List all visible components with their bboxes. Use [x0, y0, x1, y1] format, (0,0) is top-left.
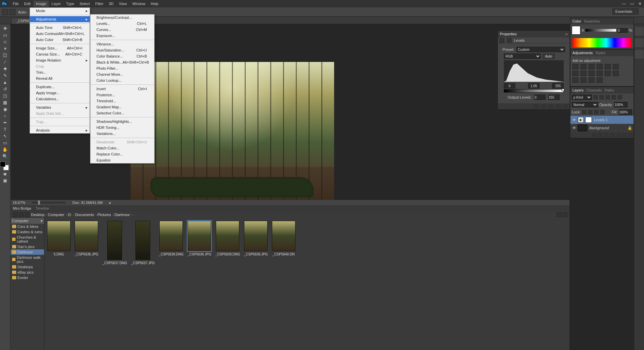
filter-icon[interactable]	[599, 95, 604, 100]
crumb[interactable]: Pictures	[97, 213, 114, 217]
adj-icon[interactable]	[589, 77, 595, 83]
zoom-slider[interactable]	[32, 202, 66, 204]
adj-icon[interactable]	[580, 64, 587, 69]
layer-row[interactable]: 👁Background🔒	[570, 124, 634, 132]
adj-icon[interactable]	[605, 64, 611, 69]
menu-reveal-all[interactable]: Reveal All	[30, 75, 90, 81]
layer-row[interactable]: 👁◐Levels 1	[570, 116, 634, 124]
crumb[interactable]: Documents	[75, 213, 97, 217]
adj-icon[interactable]	[605, 71, 611, 76]
adj-invert[interactable]: InvertCtrl+I	[90, 86, 154, 92]
filter-icon[interactable]	[611, 95, 616, 100]
menu-image[interactable]: Image	[33, 1, 49, 7]
folder-item[interactable]: Desktops	[11, 264, 44, 270]
channel-select[interactable]: RGB	[504, 54, 541, 59]
file-thumb[interactable]: _CSP5639.JPG	[244, 221, 268, 347]
color-swatches[interactable]	[0, 162, 9, 170]
auto-select-checkbox[interactable]	[9, 9, 15, 15]
channels-tab[interactable]: Channels	[586, 88, 602, 92]
trash-icon[interactable]	[628, 133, 633, 137]
menu-variables[interactable]: Variables	[30, 104, 90, 110]
adj-photo-filter[interactable]: Photo Filter...	[90, 65, 154, 71]
panel-collapse-icon[interactable]: ››	[565, 32, 568, 36]
actions-icon[interactable]	[635, 38, 644, 47]
menu-image-size[interactable]: Image Size...Alt+Ctrl+I	[30, 45, 90, 51]
menu-help[interactable]: Help	[148, 1, 161, 7]
thumbnail[interactable]	[159, 221, 183, 251]
back-button[interactable]	[13, 212, 17, 217]
file-thumb[interactable]: _CSP5637.JPG	[131, 221, 155, 347]
paths-tab[interactable]: Paths	[605, 88, 614, 92]
eye-icon[interactable]	[541, 104, 546, 109]
crumb[interactable]: Desktop	[31, 213, 48, 217]
folder-item[interactable]: Castles & ruins	[11, 229, 44, 235]
adj-variations[interactable]: Variations...	[90, 131, 154, 137]
visibility-icon[interactable]: 👁	[572, 118, 576, 122]
timeline-tab[interactable]: Timeline	[35, 206, 49, 210]
adj-exposure[interactable]: Exposure...	[90, 33, 154, 39]
menu-auto-contrast[interactable]: Auto ContrastAlt+Shift+Ctrl+L	[30, 31, 90, 37]
folder-item[interactable]: Dartmoor	[11, 249, 44, 255]
visibility-icon[interactable]	[556, 104, 561, 109]
adj-icon[interactable]	[572, 71, 578, 76]
adj-hue[interactable]: Hue/Saturation...Ctrl+U	[90, 47, 154, 53]
adj-shadows[interactable]: Shadows/Highlights...	[90, 118, 154, 125]
link-icon[interactable]	[592, 133, 597, 137]
lock-icon[interactable]	[582, 110, 587, 114]
file-thumb[interactable]: _CSP5640.DN	[272, 221, 295, 347]
thumbnail[interactable]	[216, 221, 239, 251]
folder-item[interactable]: Exeter	[11, 275, 44, 280]
thumbnail[interactable]	[107, 221, 122, 260]
workspace-switcher[interactable]: Essentials	[612, 8, 639, 14]
opacity-value[interactable]	[614, 102, 628, 107]
auto-button[interactable]: Auto	[543, 54, 555, 59]
folder-item[interactable]: Cars & bikes	[11, 224, 44, 229]
mask-new-icon[interactable]	[604, 133, 609, 137]
adj-icon[interactable]	[580, 77, 587, 83]
menu-select[interactable]: Select	[77, 1, 93, 7]
quick-mask-toggle[interactable]: ◙	[0, 170, 10, 177]
lock-icon[interactable]	[594, 110, 599, 114]
history-brush-tool[interactable]: ↺	[0, 85, 10, 92]
adj-threshold[interactable]: Threshold...	[90, 98, 154, 104]
menu-layer[interactable]: Layer	[49, 1, 64, 7]
adj-match-color[interactable]: Match Color...	[90, 145, 154, 151]
adj-brightness[interactable]: Brightness/Contrast...	[90, 14, 154, 21]
menu-mode[interactable]: Mode	[30, 8, 90, 14]
reset-icon[interactable]	[548, 104, 554, 109]
menu-calculations[interactable]: Calculations...	[30, 96, 90, 102]
thumbnail[interactable]	[47, 221, 71, 251]
group-icon[interactable]	[616, 133, 621, 137]
fx-icon[interactable]	[598, 133, 603, 137]
styles-tab[interactable]: Styles	[596, 51, 606, 55]
path-tool[interactable]: ↖	[0, 133, 10, 139]
preset-select[interactable]: Custom	[516, 47, 565, 52]
3d-icon[interactable]	[635, 50, 644, 59]
adj-equalize[interactable]: Equalize	[90, 157, 154, 163]
shape-tool[interactable]: ▭	[0, 139, 10, 146]
move-tool[interactable]: ✥	[0, 25, 10, 32]
blend-mode[interactable]: Normal	[572, 102, 598, 107]
adj-new-icon[interactable]	[610, 133, 615, 137]
adj-selective-color[interactable]: Selective Color...	[90, 110, 154, 116]
thumbnail[interactable]	[135, 221, 150, 260]
adj-replace-color[interactable]: Replace Color...	[90, 151, 154, 157]
output-white[interactable]	[548, 95, 560, 100]
folder-item[interactable]: Churches & cathed	[11, 235, 44, 244]
file-thumb[interactable]: _CSP5636.JPG	[75, 221, 98, 347]
folder-item[interactable]: Dartmoor walk pics	[11, 255, 44, 264]
output-gradient[interactable]	[504, 89, 564, 93]
adj-posterize[interactable]: Posterize...	[90, 92, 154, 98]
input-white[interactable]	[552, 83, 564, 89]
screen-mode-toggle[interactable]: ▣	[0, 177, 10, 184]
crumb[interactable]: Computer	[48, 213, 68, 217]
adjustments-tab[interactable]: Adjustments	[572, 51, 593, 55]
visibility-icon[interactable]: 👁	[572, 126, 576, 130]
menu-view[interactable]: View	[116, 1, 130, 7]
adj-icon[interactable]	[597, 71, 603, 76]
adj-hdr[interactable]: HDR Toning...	[90, 125, 154, 131]
swatches-tab[interactable]: Swatches	[584, 19, 600, 23]
menu-window[interactable]: Window	[129, 1, 148, 7]
input-mid[interactable]	[528, 83, 539, 89]
thumbnail[interactable]	[244, 221, 268, 251]
